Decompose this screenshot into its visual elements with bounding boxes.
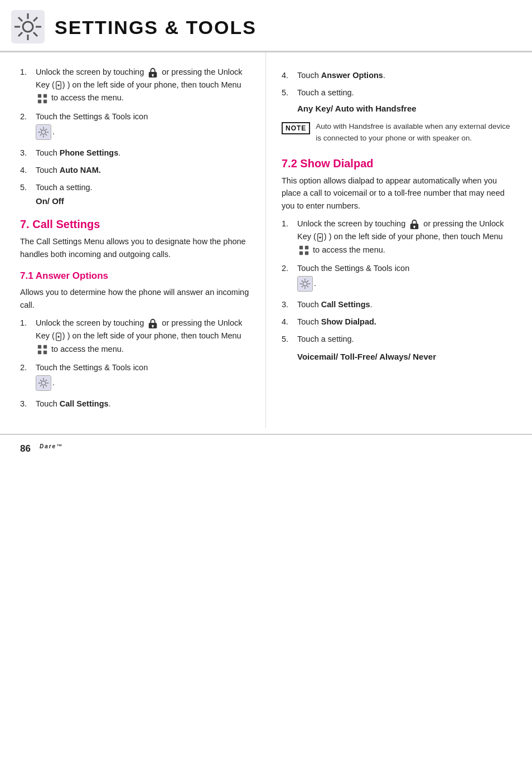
section72-steps-list: 1. Unlock the screen by touching or pres…: [282, 217, 512, 346]
intro-steps-list: 1. Unlock the screen by touching or pres…: [20, 66, 250, 194]
menu-icon-3: [298, 245, 309, 256]
svg-rect-31: [152, 326, 153, 328]
lock-icon-1: [147, 67, 158, 78]
step-content: Unlock the screen by touching or pressin…: [36, 66, 250, 105]
header-icon-container: [11, 10, 55, 45]
header-settings-icon: [11, 10, 45, 43]
svg-point-14: [57, 85, 59, 86]
settings-icon-2: [36, 375, 51, 391]
step-number: 3.: [282, 298, 293, 311]
note-text: Auto with Handsfree is available when an…: [316, 121, 512, 144]
content-area: 1. Unlock the screen by touching or pres…: [0, 52, 532, 428]
step-content: Unlock the screen by touching or pressin…: [297, 217, 512, 256]
step-number: 1.: [20, 66, 31, 105]
svg-rect-36: [38, 351, 41, 354]
lock-icon-3: [409, 219, 420, 230]
page-title: SETTINGS & TOOLS: [55, 17, 257, 38]
svg-rect-16: [43, 94, 47, 97]
step-content: Touch the Settings & Tools icon .: [297, 262, 409, 293]
svg-rect-35: [43, 345, 47, 348]
section71-text: Allows you to determine how the phone wi…: [20, 286, 250, 311]
brand-logo: Dare™: [40, 442, 63, 456]
list-item: 5. Touch a setting.: [20, 181, 250, 194]
list-item: 2. Touch the Settings & Tools icon .: [20, 361, 250, 392]
step-number: 4.: [282, 316, 293, 328]
svg-rect-53: [299, 246, 303, 249]
page-footer: 86 Dare™: [0, 434, 532, 463]
svg-rect-55: [299, 251, 303, 255]
key-icon-2: [55, 332, 62, 341]
step-number: 5.: [282, 333, 293, 346]
list-item: 2. Touch the Settings & Tools icon .: [282, 262, 512, 293]
note-block: NOTE Auto with Handsfree is available wh…: [282, 121, 512, 144]
svg-rect-34: [38, 345, 41, 348]
right-column: 4. Touch Answer Options. 5. Touch a sett…: [266, 52, 532, 428]
step-number: 3.: [20, 147, 31, 159]
lock-icon-2: [147, 318, 158, 329]
svg-rect-15: [38, 94, 41, 97]
step-content: Touch a setting.: [36, 181, 93, 194]
step-content: Touch Show Dialpad.: [297, 316, 376, 328]
list-item: 2. Touch the Settings & Tools icon .: [20, 110, 250, 141]
list-item: 3. Touch Phone Settings.: [20, 147, 250, 159]
list-item: 5. Touch a setting.: [282, 86, 512, 99]
list-item: 1. Unlock the screen by touching or pres…: [20, 66, 250, 105]
list-item: 1. Unlock the screen by touching or pres…: [282, 217, 512, 256]
list-item: 3. Touch Call Settings.: [20, 398, 250, 410]
step-number: 2.: [20, 361, 31, 392]
section72-title: 7.2 Show Dialpad: [282, 157, 512, 170]
any-key-label: Any Key/ Auto with Handsfree: [297, 104, 512, 113]
step-content: Touch Call Settings.: [297, 298, 373, 311]
settings-icon-1: [36, 124, 51, 140]
key-icon-1: [55, 81, 62, 90]
svg-rect-50: [414, 227, 415, 229]
svg-rect-37: [43, 351, 47, 354]
step-content: Unlock the screen by touching or pressin…: [36, 317, 250, 356]
list-item: 1. Unlock the screen by touching or pres…: [20, 317, 250, 356]
left-column: 1. Unlock the screen by touching or pres…: [0, 52, 266, 428]
list-item: 3. Touch Call Settings.: [282, 298, 512, 311]
svg-rect-12: [152, 75, 153, 77]
step-number: 5.: [20, 181, 31, 194]
step-number: 3.: [20, 398, 31, 410]
svg-rect-18: [43, 99, 47, 103]
section7-title: 7. Call Settings: [20, 218, 250, 231]
step-content: Touch the Settings & Tools icon .: [36, 110, 148, 141]
menu-icon-1: [37, 93, 48, 104]
step-number: 2.: [282, 262, 293, 293]
page-number: 86: [20, 443, 31, 454]
section7-text: The Call Settings Menu allows you to des…: [20, 235, 250, 260]
svg-point-33: [57, 336, 59, 337]
step-number: 4.: [282, 69, 293, 82]
step-number: 1.: [282, 217, 293, 256]
step-content: Touch Call Settings.: [36, 398, 111, 410]
note-label: NOTE: [282, 122, 310, 134]
step-number: 4.: [20, 164, 31, 177]
key-icon-3: [317, 233, 323, 242]
svg-rect-54: [305, 246, 308, 249]
page-header: SETTINGS & TOOLS: [0, 0, 532, 52]
voicemail-label: Voicemail/ Toll-Free/ Always/ Never: [297, 351, 512, 364]
svg-rect-56: [305, 251, 308, 255]
on-off-label: On/ Off: [36, 196, 250, 206]
svg-point-52: [319, 236, 321, 238]
list-item: 5. Touch a setting.: [282, 333, 512, 346]
list-item: 4. Touch Show Dialpad.: [282, 316, 512, 328]
step-content: Touch the Settings & Tools icon .: [36, 361, 148, 392]
answer-options-continued: 4. Touch Answer Options. 5. Touch a sett…: [282, 69, 512, 99]
step-number: 1.: [20, 317, 31, 356]
step-content: Touch a setting.: [297, 333, 354, 346]
step-content: Touch Auto NAM.: [36, 164, 101, 177]
settings-icon-3: [297, 276, 313, 292]
step-number: 2.: [20, 110, 31, 141]
step-content: Touch a setting.: [297, 86, 354, 99]
step-number: 5.: [282, 86, 293, 99]
svg-rect-17: [38, 99, 41, 103]
section71-title: 7.1 Answer Options: [20, 270, 250, 282]
section72-text: This option allows dialpad to appear aut…: [282, 175, 512, 212]
list-item: 4. Touch Auto NAM.: [20, 164, 250, 177]
step-content: Touch Answer Options.: [297, 69, 385, 82]
section71-steps-list: 1. Unlock the screen by touching or pres…: [20, 317, 250, 410]
step-content: Touch Phone Settings.: [36, 147, 120, 159]
list-item: 4. Touch Answer Options.: [282, 69, 512, 82]
